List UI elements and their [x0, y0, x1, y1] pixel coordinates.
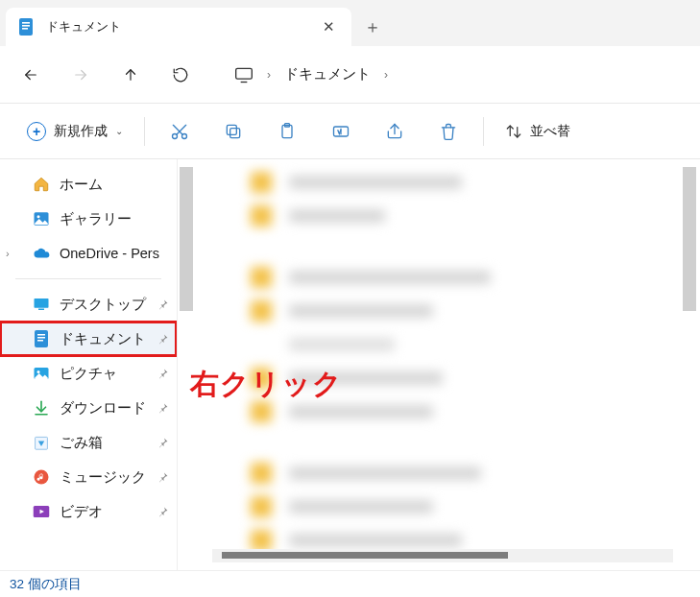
- breadcrumb-segment[interactable]: ドキュメント ›: [284, 65, 388, 84]
- pin-icon: [157, 402, 169, 414]
- recycle-icon: [33, 434, 50, 451]
- back-button[interactable]: [8, 56, 54, 94]
- svg-rect-17: [37, 334, 45, 336]
- pictures-icon: [33, 365, 50, 382]
- forward-button[interactable]: [58, 56, 104, 94]
- sidebar-item-label: ミュージック: [60, 468, 146, 487]
- share-button[interactable]: [368, 112, 422, 151]
- rename-button[interactable]: [314, 112, 368, 151]
- file-list-blurred: [251, 167, 673, 556]
- plus-circle-icon: +: [27, 122, 46, 141]
- chevron-right-icon: ›: [267, 68, 271, 82]
- refresh-button[interactable]: [157, 56, 204, 94]
- pin-icon: [157, 471, 169, 483]
- command-toolbar: + 新規作成 ⌄ 並べ替: [0, 104, 700, 159]
- breadcrumb-label: ドキュメント: [284, 65, 371, 84]
- sidebar-item-home[interactable]: ホーム: [0, 167, 177, 202]
- svg-rect-8: [227, 125, 236, 134]
- file-list-pane[interactable]: [178, 159, 700, 570]
- sidebar-item-label: ビデオ: [60, 503, 103, 521]
- cut-button[interactable]: [153, 112, 206, 151]
- monitor-icon: [234, 66, 253, 84]
- breadcrumb-root[interactable]: ›: [234, 66, 271, 84]
- copy-button[interactable]: [206, 112, 260, 151]
- sidebar-item-gallery[interactable]: ギャラリー: [0, 202, 177, 236]
- pin-icon: [157, 368, 169, 379]
- scrollbar-left[interactable]: [180, 167, 193, 311]
- new-button[interactable]: + 新規作成 ⌄: [13, 112, 136, 151]
- chevron-down-icon: ⌄: [115, 126, 123, 136]
- video-icon: [33, 503, 50, 520]
- toolbar-divider: [483, 117, 484, 146]
- svg-rect-16: [35, 330, 48, 347]
- svg-rect-15: [38, 309, 44, 311]
- active-tab[interactable]: ドキュメント ✕: [6, 8, 351, 46]
- svg-rect-19: [37, 340, 43, 342]
- pin-icon: [157, 298, 169, 310]
- music-icon: [33, 468, 50, 486]
- svg-point-21: [37, 370, 40, 373]
- svg-rect-0: [19, 18, 33, 36]
- svg-rect-4: [236, 68, 253, 79]
- sidebar-item-desktop[interactable]: デスクトップ: [0, 287, 177, 322]
- sidebar-item-onedrive[interactable]: › OneDrive - Pers: [0, 236, 177, 271]
- pin-icon: [157, 437, 169, 448]
- explorer-body: ホーム ギャラリー › OneDrive - Pers: [0, 159, 700, 570]
- sidebar-item-label: ダウンロード: [60, 399, 146, 418]
- nav-bar: › ドキュメント ›: [0, 46, 700, 104]
- sidebar-item-pictures[interactable]: ピクチャ: [0, 356, 177, 391]
- sidebar-item-recycle[interactable]: ごみ箱: [0, 425, 177, 460]
- sidebar-item-label: ドキュメント: [60, 330, 146, 348]
- svg-rect-3: [22, 28, 28, 30]
- svg-rect-14: [35, 298, 49, 308]
- address-bar[interactable]: › ドキュメント ›: [234, 65, 388, 84]
- tab-bar: ドキュメント ✕ ＋: [0, 0, 700, 46]
- sidebar-item-downloads[interactable]: ダウンロード: [0, 391, 177, 425]
- sidebar-item-label: デスクトップ: [60, 296, 146, 314]
- sidebar-item-label: ピクチャ: [60, 365, 117, 383]
- new-tab-button[interactable]: ＋: [351, 8, 394, 46]
- svg-rect-1: [22, 22, 30, 24]
- document-icon: [33, 330, 50, 347]
- close-tab-button[interactable]: ✕: [317, 15, 340, 38]
- sidebar-item-label: OneDrive - Pers: [60, 246, 159, 261]
- navigation-sidebar: ホーム ギャラリー › OneDrive - Pers: [0, 159, 178, 570]
- scrollbar-right[interactable]: [683, 167, 696, 311]
- delete-button[interactable]: [422, 112, 475, 151]
- sort-button[interactable]: 並べ替: [492, 112, 570, 151]
- sidebar-item-videos[interactable]: ビデオ: [0, 494, 177, 529]
- desktop-icon: [33, 296, 50, 313]
- sidebar-item-documents[interactable]: ドキュメント: [0, 322, 177, 356]
- svg-rect-18: [37, 337, 45, 339]
- status-bar: 32 個の項目: [0, 570, 700, 597]
- download-icon: [33, 399, 50, 417]
- toolbar-divider: [144, 117, 145, 146]
- chevron-right-icon: ›: [6, 248, 10, 259]
- up-button[interactable]: [108, 56, 154, 94]
- home-icon: [33, 176, 50, 193]
- horizontal-scrollbar[interactable]: [212, 549, 673, 562]
- pin-icon: [157, 333, 169, 345]
- sort-button-label: 並べ替: [530, 123, 570, 140]
- gallery-icon: [33, 210, 50, 227]
- sort-icon: [505, 123, 522, 140]
- paste-button[interactable]: [260, 112, 314, 151]
- svg-point-13: [37, 215, 40, 218]
- svg-rect-7: [230, 128, 240, 137]
- cloud-icon: [33, 245, 50, 262]
- document-icon: [17, 18, 35, 36]
- sidebar-item-label: ギャラリー: [60, 210, 132, 228]
- chevron-right-icon: ›: [384, 68, 388, 82]
- sidebar-item-music[interactable]: ミュージック: [0, 460, 177, 494]
- sidebar-separator: [15, 278, 161, 279]
- sidebar-item-label: ホーム: [60, 176, 103, 194]
- pin-icon: [157, 506, 169, 517]
- new-button-label: 新規作成: [54, 123, 108, 140]
- svg-rect-2: [22, 25, 30, 27]
- status-item-count: 32 個の項目: [10, 576, 82, 593]
- tab-title: ドキュメント: [46, 18, 305, 36]
- sidebar-item-label: ごみ箱: [60, 434, 103, 452]
